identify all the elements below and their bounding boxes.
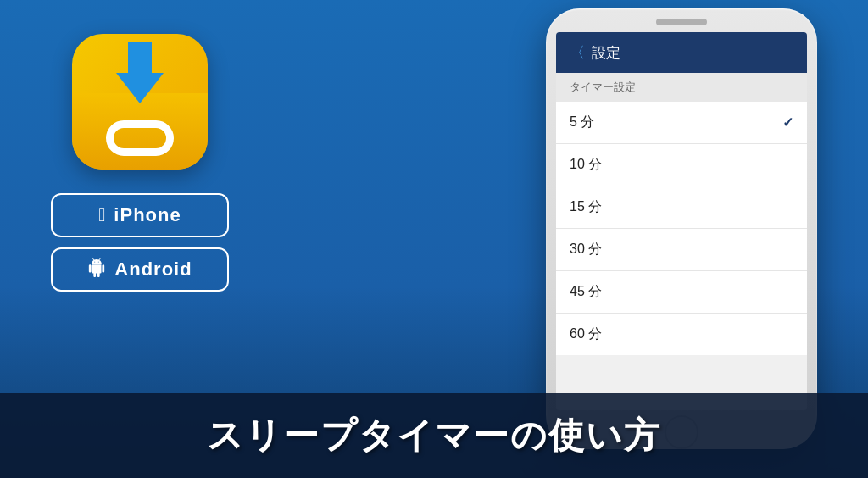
iphone-label: iPhone [114, 204, 181, 226]
list-item-label: 5 分 [570, 114, 594, 131]
iphone-button[interactable]:  iPhone [51, 193, 229, 237]
screen-nav: 〈 設定 [556, 32, 807, 73]
section-header: タイマー設定 [556, 73, 807, 102]
android-button[interactable]: Android [51, 247, 229, 292]
list-item-label: 45 分 [570, 283, 602, 301]
timer-list: 5 分 ✓ 10 分 15 分 30 分 45 分 [556, 102, 807, 355]
store-buttons:  iPhone Android [51, 193, 229, 292]
list-item-label: 10 分 [570, 156, 602, 174]
list-item[interactable]: 10 分 [556, 144, 807, 186]
list-item[interactable]: 60 分 [556, 314, 807, 355]
bottom-banner: スリープタイマーの使い方 [0, 393, 868, 478]
list-item[interactable]: 5 分 ✓ [556, 102, 807, 144]
app-icon [72, 34, 208, 170]
list-item[interactable]: 45 分 [556, 271, 807, 314]
list-item-label: 30 分 [570, 241, 602, 258]
bottom-title: スリープタイマーの使い方 [207, 412, 661, 459]
main-container:  iPhone Android 〈 設 [0, 0, 868, 478]
list-item[interactable]: 30 分 [556, 229, 807, 271]
android-icon [87, 258, 106, 281]
left-panel:  iPhone Android [51, 34, 229, 292]
list-item-label: 15 分 [570, 198, 602, 216]
apple-icon:  [98, 204, 105, 226]
list-item-label: 60 分 [570, 325, 602, 343]
list-item[interactable]: 15 分 [556, 186, 807, 229]
phone-speaker [656, 19, 707, 25]
back-arrow-icon[interactable]: 〈 [570, 42, 585, 63]
screen-title: 設定 [592, 43, 620, 63]
phone-mockup: 〈 設定 タイマー設定 5 分 ✓ 10 分 [546, 8, 817, 449]
check-icon: ✓ [782, 114, 793, 131]
android-label: Android [114, 258, 192, 281]
phone-screen: 〈 設定 タイマー設定 5 分 ✓ 10 分 [556, 32, 807, 410]
phone-outer: 〈 設定 タイマー設定 5 分 ✓ 10 分 [546, 8, 817, 449]
